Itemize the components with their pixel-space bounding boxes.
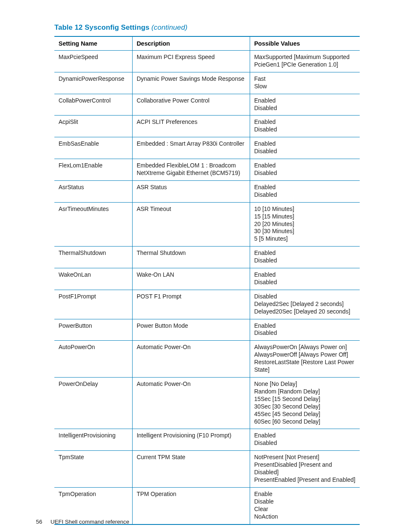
cell-setting-name: AsrTimeoutMinutes <box>54 202 132 247</box>
possible-value: Disabled <box>254 170 356 177</box>
col-header-description: Description <box>132 36 250 51</box>
cell-setting-name: CollabPowerControl <box>54 94 132 116</box>
possible-value: PresentDisabled [Present and Disabled] <box>254 461 356 476</box>
cell-setting-name: MaxPcieSpeed <box>54 51 132 72</box>
cell-setting-name: EmbSasEnable <box>54 137 132 159</box>
cell-description: Power Button Mode <box>132 319 250 341</box>
cell-setting-name: AcpiSlit <box>54 116 132 137</box>
possible-value: PcieGen1 [PCIe Generation 1.0] <box>254 61 356 69</box>
possible-value: Disabled <box>254 126 356 134</box>
table-row: FlexLom1EnableEmbedded FlexibleLOM 1 : B… <box>54 159 360 181</box>
table-row: IntelligentProvisioningIntelligent Provi… <box>54 429 360 451</box>
table-title: Table 12 Sysconfig Settings (continued) <box>54 23 360 32</box>
possible-value: AlwaysPowerOff [Always Power Off] <box>254 351 356 359</box>
possible-value: Fast <box>254 75 356 83</box>
possible-value: 60Sec [60 Second Delay] <box>254 418 356 426</box>
possible-value: 15 [15 Minutes] <box>254 213 356 221</box>
possible-value: Enabled <box>254 271 356 279</box>
cell-description: Embedded : Smart Array P830i Controller <box>132 137 250 159</box>
possible-value: None [No Delay] <box>254 380 356 388</box>
cell-description: ASR Status <box>132 180 250 202</box>
cell-possible-values: MaxSupported [Maximum SupportedPcieGen1 … <box>250 51 360 72</box>
possible-value: Enable <box>254 491 356 498</box>
cell-possible-values: EnabledDisabled <box>250 94 360 116</box>
cell-setting-name: PowerButton <box>54 319 132 341</box>
cell-description: POST F1 Prompt <box>132 290 250 319</box>
cell-setting-name: ThermalShutdown <box>54 247 132 268</box>
possible-value: 20 [20 Minutes] <box>254 221 356 228</box>
sysconfig-table: Setting Name Description Possible Values… <box>54 36 360 525</box>
possible-value: Enabled <box>254 118 356 126</box>
table-row: ThermalShutdownThermal ShutdownEnabledDi… <box>54 247 360 268</box>
possible-value: Enabled <box>254 162 356 170</box>
cell-setting-name: PostF1Prompt <box>54 290 132 319</box>
possible-value: 30Sec [30 Second Delay] <box>254 403 356 411</box>
table-header-row: Setting Name Description Possible Values <box>54 36 360 51</box>
possible-value: NoAction <box>254 513 356 521</box>
table-row: PowerOnDelayAutomatic Power-OnNone [No D… <box>54 378 360 429</box>
possible-value: 30 [30 Minutes] <box>254 228 356 235</box>
possible-value: Enabled <box>254 249 356 257</box>
cell-possible-values: EnabledDisabled <box>250 137 360 159</box>
table-row: DynamicPowerResponseDynamic Power Saving… <box>54 72 360 94</box>
possible-value: Disabled <box>254 257 356 265</box>
possible-value: MaxSupported [Maximum Supported <box>254 54 356 61</box>
cell-possible-values: EnabledDisabled <box>250 268 360 290</box>
possible-value: Disabled <box>254 439 356 447</box>
page: Table 12 Sysconfig Settings (continued) … <box>0 0 399 532</box>
footer-section: UEFI Shell command reference <box>51 519 129 525</box>
possible-value: Enabled <box>254 140 356 148</box>
page-footer: 56 UEFI Shell command reference <box>36 519 129 525</box>
cell-description: Automatic Power-On <box>132 341 250 378</box>
possible-value: 15Sec [15 Second Delay] <box>254 396 356 403</box>
possible-value: Delayed2Sec [Delayed 2 seconds] <box>254 301 356 308</box>
page-number: 56 <box>36 519 42 525</box>
cell-setting-name: FlexLom1Enable <box>54 159 132 181</box>
cell-description: ASR Timeout <box>132 202 250 247</box>
table-row: CollabPowerControlCollaborative Power Co… <box>54 94 360 116</box>
possible-value: Enabled <box>254 97 356 105</box>
cell-description: Automatic Power-On <box>132 378 250 429</box>
table-row: MaxPcieSpeedMaximum PCI Express SpeedMax… <box>54 51 360 72</box>
cell-description: TPM Operation <box>132 487 250 524</box>
cell-setting-name: AsrStatus <box>54 180 132 202</box>
table-title-continued: (continued) <box>151 23 187 31</box>
cell-possible-values: AlwaysPowerOn [Always Power on]AlwaysPow… <box>250 341 360 378</box>
cell-possible-values: NotPresent [Not Present]PresentDisabled … <box>250 451 360 488</box>
possible-value: Enabled <box>254 184 356 191</box>
cell-possible-values: EnableDisableClearNoAction <box>250 487 360 524</box>
cell-possible-values: EnabledDisabled <box>250 159 360 181</box>
cell-description: Wake-On LAN <box>132 268 250 290</box>
possible-value: Slow <box>254 83 356 90</box>
cell-possible-values: EnabledDisabled <box>250 429 360 451</box>
table-row: WakeOnLanWake-On LANEnabledDisabled <box>54 268 360 290</box>
cell-setting-name: WakeOnLan <box>54 268 132 290</box>
possible-value: Random [Random Delay] <box>254 388 356 396</box>
cell-possible-values: EnabledDisabled <box>250 116 360 137</box>
possible-value: AlwaysPowerOn [Always Power on] <box>254 344 356 351</box>
cell-possible-values: 10 [10 Minutes]15 [15 Minutes]20 [20 Min… <box>250 202 360 247</box>
table-row: EmbSasEnableEmbedded : Smart Array P830i… <box>54 137 360 159</box>
cell-possible-values: FastSlow <box>250 72 360 94</box>
possible-value: Disabled <box>254 105 356 112</box>
possible-value: 45Sec [45 Second Delay] <box>254 411 356 418</box>
possible-value: RestoreLastState [Restore Last Power Sta… <box>254 359 356 374</box>
cell-description: Thermal Shutdown <box>132 247 250 268</box>
col-header-possible-values: Possible Values <box>250 36 360 51</box>
cell-description: Intelligent Provisioning (F10 Prompt) <box>132 429 250 451</box>
cell-possible-values: None [No Delay]Random [Random Delay]15Se… <box>250 378 360 429</box>
cell-setting-name: IntelligentProvisioning <box>54 429 132 451</box>
possible-value: 10 [10 Minutes] <box>254 206 356 213</box>
cell-setting-name: DynamicPowerResponse <box>54 72 132 94</box>
cell-description: ACPI SLIT Preferences <box>132 116 250 137</box>
possible-value: Disabled <box>254 293 356 301</box>
possible-value: Clear <box>254 506 356 513</box>
cell-description: Current TPM State <box>132 451 250 488</box>
possible-value: PresentEnabled [Present and Enabled] <box>254 476 356 484</box>
possible-value: Enabled <box>254 432 356 439</box>
cell-possible-values: EnabledDisabled <box>250 247 360 268</box>
possible-value: Disabled <box>254 191 356 199</box>
cell-setting-name: PowerOnDelay <box>54 378 132 429</box>
possible-value: Disabled <box>254 148 356 155</box>
table-title-main: Table 12 Sysconfig Settings <box>54 23 149 31</box>
